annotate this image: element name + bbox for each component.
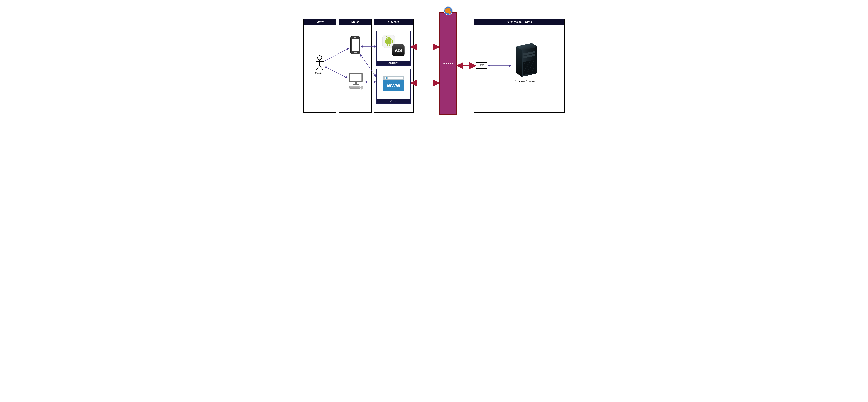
svg-rect-13 [350,74,362,81]
app-platforms-icon: iOS [380,33,407,59]
svg-rect-22 [385,40,386,43]
client-app-label: Aplicativo [377,61,410,65]
svg-point-3 [317,56,322,60]
client-web-box: WWW Website [376,69,411,104]
api-label: API [479,64,484,67]
user-actor: Usuário [313,55,326,75]
svg-point-28 [387,38,388,38]
svg-point-29 [390,38,391,38]
svg-point-55 [518,50,518,50]
api-box: API [476,62,488,69]
svg-line-6 [316,65,319,70]
svg-rect-9 [352,38,359,51]
svg-rect-15 [353,84,359,85]
svg-rect-10 [354,52,356,53]
svg-rect-34 [388,77,403,79]
diagram-stage: Atores Meios Clientes Serviços do Ladesa… [299,0,569,122]
svg-text:iOS: iOS [395,48,402,53]
user-label: Usuário [313,72,326,75]
svg-text:WWW: WWW [387,83,400,88]
svg-rect-21 [386,40,391,44]
column-meios: Meios [339,19,372,113]
smartphone-icon [350,36,361,55]
svg-point-19 [361,86,363,89]
svg-rect-24 [387,44,388,47]
svg-rect-25 [390,44,391,47]
svg-rect-16 [350,86,360,89]
column-header-clientes: Clientes [374,19,413,25]
column-header-meios: Meios [339,19,371,25]
desktop-icon [346,71,365,91]
client-web-label: Website [377,99,410,103]
svg-line-7 [319,65,323,70]
svg-rect-11 [354,37,356,38]
svg-rect-23 [392,40,393,43]
column-header-atores: Atores [304,19,336,25]
svg-marker-45 [517,47,522,77]
user-icon [313,55,326,71]
svg-rect-14 [355,82,357,84]
internet-label: INTERNET [440,62,456,65]
server-node: Sistemas Internos [511,41,539,81]
client-app-box: iOS Aplicativo [376,31,411,66]
svg-marker-48 [523,60,535,75]
website-icon: WWW [382,75,405,94]
column-header-servicos: Serviços do Ladesa [474,19,564,25]
internet-pillar: INTERNET [439,12,457,115]
globe-icon [443,6,453,16]
server-icon [511,41,539,78]
server-label: Sistemas Internos [511,80,539,83]
